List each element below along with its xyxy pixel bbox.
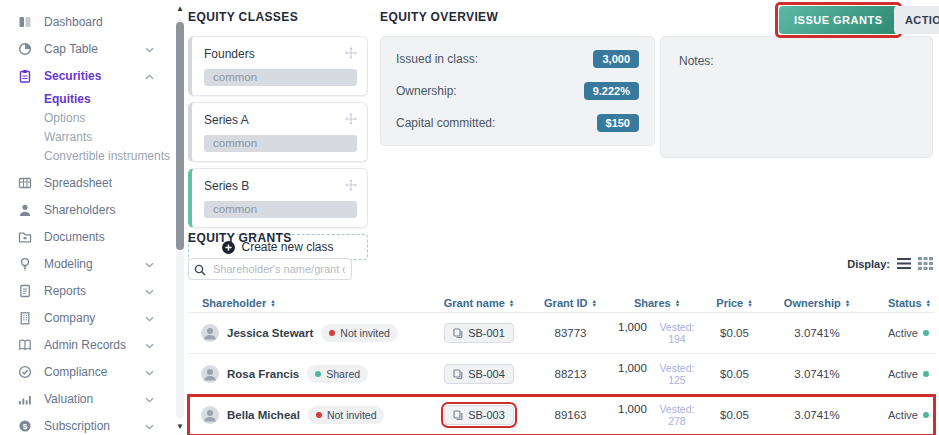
sidebar-item-reports[interactable]: Reports [0,277,168,304]
sidebar-item-label: Securities [44,69,145,83]
table-row-bella-micheal[interactable]: Bella Micheal Not invited SB-003 89163 1… [188,395,935,435]
column-header-status[interactable]: Status▲▼ [867,297,935,309]
table-row-rosa-francis[interactable]: Rosa Francis Shared SB-004 88213 1,000Ve… [188,354,935,395]
grants-table: Shareholder▲▼ Grant name▲▼ Grant ID▲▼ Sh… [188,294,935,435]
grant-name-chip[interactable]: SB-001 [444,323,514,343]
book-icon [18,338,32,352]
capital-committed-badge: $150 [597,114,639,132]
sidebar-item-equities[interactable]: Equities [0,89,168,108]
sidebar-item-securities[interactable]: Securities [0,62,168,89]
dashboard-icon [18,15,32,29]
sidebar-item-label: Convertible instruments [44,149,170,163]
grid-view-icon[interactable] [918,257,933,270]
equity-classes-title: EQUITY CLASSES [188,10,368,24]
sidebar-item-compliance[interactable]: Compliance [0,358,168,385]
overview-row: Ownership: 9.222% [396,82,639,100]
grant-search-input[interactable] [188,258,352,280]
sidebar-item-label: Equities [44,92,168,106]
grant-id: 83773 [529,327,612,339]
ownership-badge: 9.222% [584,82,639,100]
column-header-grant-name[interactable]: Grant name▲▼ [429,297,529,309]
sidebar-item-modeling[interactable]: Modeling [0,250,168,277]
column-header-shares[interactable]: Shares▲▼ [612,297,702,309]
sidebar-item-dashboard[interactable]: Dashboard [0,8,168,35]
dollar-coin-icon: $ [18,419,32,433]
sidebar-item-label: Cap Table [44,42,145,56]
issued-in-class-badge: 3,000 [593,50,639,68]
sidebar-item-documents[interactable]: Documents [0,223,168,250]
teal-dot-icon [315,371,321,377]
invite-status-badge: Shared [307,365,368,383]
equity-class-name: Series A [204,113,249,127]
shares-value: 1,000 [618,403,647,415]
avatar [201,365,219,383]
list-view-icon[interactable] [896,257,912,270]
sidebar-item-label: Modeling [44,257,145,271]
ownership-value: 3.0741% [767,368,867,380]
sidebar-item-label: Dashboard [44,15,168,29]
chevron-down-icon [145,284,154,298]
vested-value: Vested: 278 [652,403,702,427]
check-badge-icon [18,365,32,379]
invite-status-badge: Not invited [308,406,385,424]
chevron-down-icon [145,419,154,433]
active-dot-icon [923,371,929,377]
sort-icon: ▲▼ [747,299,752,308]
sidebar-item-convertible-instruments[interactable]: Convertible instruments [0,146,168,165]
actions-button[interactable]: ACTIONS ▼ [894,6,939,34]
move-icon[interactable] [345,177,357,195]
vested-value: Vested: 125 [652,362,702,386]
chevron-down-icon [145,311,154,325]
column-header-grant-id[interactable]: Grant ID▲▼ [529,297,612,309]
annotation-box-issue-grants: ISSUE GRANTS [775,2,902,38]
status-label: Active [888,409,918,421]
scroll-up-arrow-icon[interactable]: ▲ [174,4,186,14]
sidebar-item-label: Valuation [44,392,145,406]
sort-icon: ▲▼ [270,299,275,308]
sidebar-item-subscription[interactable]: $ Subscription [0,412,168,435]
column-header-price[interactable]: Price▲▼ [702,297,767,309]
report-page-icon [18,284,32,298]
column-header-shareholder[interactable]: Shareholder▲▼ [188,297,429,309]
issue-grants-button[interactable]: ISSUE GRANTS [779,6,898,34]
equity-class-name: Series B [204,179,249,193]
scrollbar-thumb[interactable] [176,22,184,250]
search-icon [194,262,206,280]
move-icon[interactable] [345,111,357,129]
equity-class-card-founders[interactable]: Founders common [188,36,368,96]
chevron-down-icon [145,392,154,406]
sidebar-item-company[interactable]: Company [0,304,168,331]
scroll-down-arrow-icon[interactable]: ▼ [174,422,186,432]
equity-overview-panel: Issued in class: 3,000 Ownership: 9.222%… [380,36,655,146]
sidebar-item-label: Reports [44,284,145,298]
column-header-ownership[interactable]: Ownership▲▼ [767,297,867,309]
chevron-down-icon [145,42,154,56]
chevron-down-icon [145,257,154,271]
sidebar-item-cap-table[interactable]: Cap Table [0,35,168,62]
shares-value: 1,000 [618,321,647,333]
equity-class-card-series-a[interactable]: Series A common [188,102,368,162]
equity-overview-title: EQUITY OVERVIEW [380,10,498,24]
sidebar-item-label: Company [44,311,145,325]
notes-panel: Notes: [660,36,933,158]
sidebar-item-shareholders[interactable]: Shareholders [0,196,168,223]
sidebar-item-warrants[interactable]: Warrants [0,127,168,146]
grant-name-chip[interactable]: SB-004 [444,364,514,384]
building-icon [18,311,32,325]
equity-class-card-series-b[interactable]: Series B common [188,168,368,228]
sidebar-item-label: Admin Records [44,338,145,352]
sidebar-item-options[interactable]: Options [0,108,168,127]
ownership-value: 3.0741% [767,327,867,339]
sidebar-item-label: Options [44,111,168,125]
table-row-jessica-stewart[interactable]: Jessica Stewart Not invited SB-001 83773… [188,313,935,354]
sidebar-item-label: Compliance [44,365,145,379]
sidebar-item-admin-records[interactable]: Admin Records [0,331,168,358]
equity-class-name: Founders [204,47,255,61]
sidebar-item-valuation[interactable]: Valuation [0,385,168,412]
move-icon[interactable] [345,45,357,63]
avatar [201,406,219,424]
sidebar-item-spreadsheet[interactable]: Spreadsheet [0,169,168,196]
grant-name-chip[interactable]: SB-003 [444,405,514,425]
avatar [201,324,219,342]
sidebar-item-label: Spreadsheet [44,176,168,190]
